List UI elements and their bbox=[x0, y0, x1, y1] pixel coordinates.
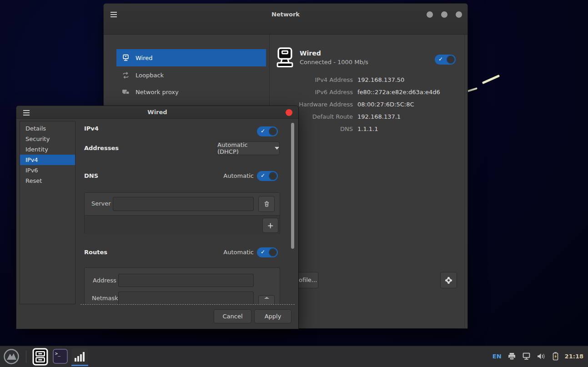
addresses-method-value: Automatic (DHCP) bbox=[217, 141, 271, 155]
dns-add-server-button[interactable]: + bbox=[262, 218, 278, 233]
ipv4-section-label: IPv4 bbox=[84, 125, 99, 132]
dialog-title: Wired bbox=[16, 109, 298, 116]
dns-servers-panel: Server + bbox=[84, 192, 280, 234]
taskbar: >_ EN bbox=[0, 346, 588, 367]
scrollbar-thumb[interactable] bbox=[291, 123, 294, 249]
check-icon: ✓ bbox=[438, 56, 443, 62]
file-manager-launcher[interactable] bbox=[32, 348, 48, 366]
connection-status: Connected - 1000 Mb/s bbox=[300, 59, 368, 65]
close-button[interactable] bbox=[456, 11, 462, 18]
check-icon: ✓ bbox=[261, 128, 265, 134]
sidebar-item-label: Loopback bbox=[136, 72, 164, 79]
trash-icon bbox=[263, 201, 270, 207]
gear-icon bbox=[445, 277, 452, 284]
window-title: Network bbox=[104, 11, 467, 18]
printer-icon[interactable] bbox=[508, 352, 516, 360]
dialog-headerbar: Wired bbox=[16, 106, 298, 119]
wired-enable-toggle[interactable]: ✓ bbox=[435, 55, 456, 65]
connection-name: Wired bbox=[300, 50, 321, 57]
route-address-label: Address bbox=[93, 277, 116, 284]
clock[interactable]: 21:18 bbox=[565, 353, 583, 360]
addresses-label: Addresses bbox=[84, 145, 119, 151]
taskbar-separator bbox=[26, 351, 26, 363]
volume-icon[interactable] bbox=[537, 352, 546, 360]
terminal-launcher[interactable]: >_ bbox=[53, 349, 68, 364]
sidebar-item-label: Network proxy bbox=[136, 89, 179, 96]
loopback-icon bbox=[122, 71, 130, 79]
terminal-icon: >_ bbox=[53, 349, 68, 364]
active-window-indicator bbox=[71, 365, 88, 366]
detail-row: IPv6 Address fe80::272a:e82e:d63a:e4d6 bbox=[253, 89, 453, 96]
dns-section-label: DNS bbox=[84, 172, 98, 179]
wired-connection-dialog: Wired Details Security Identity IPv4 IPv… bbox=[16, 106, 298, 329]
connection-settings-button[interactable] bbox=[440, 272, 457, 288]
route-netmask-input[interactable] bbox=[118, 292, 254, 304]
routes-automatic-label: Automatic bbox=[199, 249, 254, 256]
cancel-button[interactable]: Cancel bbox=[214, 309, 251, 323]
wallpaper-line bbox=[482, 75, 500, 84]
network-status-icon[interactable] bbox=[522, 352, 531, 360]
dns-add-row: + bbox=[85, 215, 280, 234]
maximize-button[interactable] bbox=[441, 11, 447, 18]
route-netmask-label: Netmask bbox=[92, 295, 118, 302]
dns-server-label: Server bbox=[91, 200, 111, 207]
desktop: Network Wired Loopback bbox=[0, 0, 588, 367]
sidebar-item-network-proxy[interactable]: Network proxy bbox=[116, 84, 266, 101]
file-cabinet-icon bbox=[32, 348, 48, 366]
detail-row: IPv4 Address 192.168.137.50 bbox=[253, 76, 453, 83]
routes-automatic-toggle[interactable]: ✓ bbox=[257, 247, 278, 257]
addresses-method-dropdown[interactable]: Automatic (DHCP) bbox=[217, 141, 280, 155]
route-address-input[interactable] bbox=[118, 274, 254, 287]
sidebar-item-wired[interactable]: Wired bbox=[116, 49, 266, 66]
dialog-tab-list: Details Security Identity IPv4 IPv6 Rese… bbox=[20, 121, 75, 304]
tab-ipv4[interactable]: IPv4 bbox=[20, 155, 75, 165]
wired-icon bbox=[122, 54, 130, 62]
tab-details[interactable]: Details bbox=[20, 123, 75, 134]
close-icon[interactable] bbox=[286, 109, 292, 116]
system-tray: EN bbox=[493, 346, 583, 366]
ipv4-toggle[interactable]: ✓ bbox=[257, 126, 278, 136]
check-icon: ✓ bbox=[261, 172, 265, 179]
scroll-undershoot-indicator bbox=[80, 304, 295, 305]
tab-identity[interactable]: Identity bbox=[20, 144, 75, 155]
workstation-icon bbox=[276, 47, 295, 70]
dns-automatic-label: Automatic bbox=[199, 172, 254, 179]
keyboard-layout-indicator[interactable]: EN bbox=[493, 353, 502, 360]
battery-icon[interactable] bbox=[552, 352, 559, 361]
applications-menu-button[interactable] bbox=[3, 348, 20, 365]
signal-bars-icon bbox=[72, 348, 88, 364]
dns-automatic-toggle[interactable]: ✓ bbox=[257, 171, 278, 181]
plus-icon: + bbox=[267, 221, 273, 230]
network-proxy-icon bbox=[122, 88, 130, 96]
distro-logo-icon bbox=[3, 348, 20, 365]
sidebar-item-loopback[interactable]: Loopback bbox=[116, 67, 266, 84]
scrollbar-track[interactable] bbox=[464, 35, 465, 328]
check-icon: ✓ bbox=[261, 249, 265, 255]
tab-security[interactable]: Security bbox=[20, 134, 75, 144]
chevron-down-icon bbox=[275, 147, 279, 150]
svg-text:>_: >_ bbox=[55, 351, 61, 357]
dns-server-delete-button[interactable] bbox=[258, 196, 275, 212]
sidebar-item-label: Wired bbox=[136, 55, 153, 61]
apply-button[interactable]: Apply bbox=[254, 309, 291, 323]
routes-panel: Address Netmask bbox=[84, 267, 280, 304]
add-profile-button-label: ofile... bbox=[299, 277, 317, 283]
network-stats-launcher[interactable] bbox=[72, 348, 88, 364]
dns-server-input[interactable] bbox=[113, 197, 254, 211]
tab-ipv6[interactable]: IPv6 bbox=[20, 165, 75, 176]
tab-reset[interactable]: Reset bbox=[20, 176, 75, 186]
network-headerbar: Network bbox=[104, 4, 467, 35]
trash-icon bbox=[263, 297, 270, 303]
routes-section-label: Routes bbox=[84, 249, 107, 256]
minimize-button[interactable] bbox=[427, 11, 433, 18]
route-delete-button[interactable] bbox=[258, 295, 275, 304]
